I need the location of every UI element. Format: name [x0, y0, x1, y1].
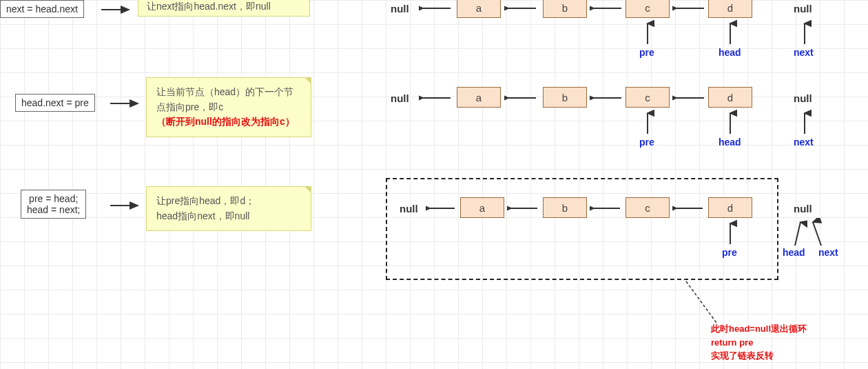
arrow-left-icon [507, 201, 540, 215]
ptr-head: head [719, 137, 741, 148]
arrow-left-icon [504, 91, 539, 105]
ptr-pre: pre [639, 47, 654, 58]
arrow-left-icon [672, 201, 705, 215]
arrow-left-icon [672, 1, 707, 15]
ptr-head: head [719, 47, 741, 58]
node-c: c [626, 0, 670, 18]
conclusion-l1: 此时head=null退出循环 [711, 322, 807, 336]
svg-line-23 [813, 222, 821, 246]
arrow-up-icon [641, 19, 654, 47]
code-step3: pre = head; head = next; [21, 190, 86, 219]
node-d: d [708, 87, 752, 108]
note-step2-l1: 让当前节点（head）的下一个节点指向pre，即c [156, 86, 293, 112]
null-label: null [400, 203, 418, 215]
null-label: null [794, 203, 812, 215]
null-label: null [391, 3, 409, 14]
arrow-up-icon [723, 19, 737, 47]
null-label: null [391, 92, 409, 104]
node-c: c [626, 197, 670, 218]
arrow-up-icon [798, 109, 812, 137]
null-label: null [794, 92, 812, 104]
arrow-left-icon [590, 1, 624, 15]
ptr-next: next [818, 247, 838, 258]
note-step1: 让next指向head.next，即null [138, 0, 310, 17]
node-b: b [543, 87, 587, 108]
arrow-left-icon [672, 91, 707, 105]
conclusion: 此时head=null退出循环 return pre 实现了链表反转 [711, 322, 807, 363]
ptr-pre: pre [639, 137, 654, 148]
arrow-left-icon [419, 91, 453, 105]
conclusion-l3: 实现了链表反转 [711, 349, 807, 363]
node-d: d [708, 0, 752, 18]
arrow-up-icon [723, 219, 737, 247]
leader-line [682, 280, 723, 328]
arrow-left-icon [419, 1, 453, 15]
code-step2: head.next = pre [15, 94, 95, 112]
arrow-left-icon [590, 91, 624, 105]
ptr-head: head [783, 247, 805, 258]
null-label: null [794, 3, 812, 14]
arrow-up-icon [789, 218, 807, 248]
arrow-left-icon [504, 1, 539, 15]
arrow-up-icon [807, 218, 825, 248]
conclusion-l2: return pre [711, 336, 807, 350]
arrow-left-icon [590, 201, 623, 215]
ptr-pre: pre [722, 247, 737, 258]
node-b: b [543, 197, 587, 218]
note-step2: 让当前节点（head）的下一个节点指向pre，即c （断开到null的指向改为指… [146, 77, 311, 137]
svg-line-22 [795, 222, 800, 246]
note-step3: 让pre指向head，即d； head指向next，即null [146, 186, 311, 231]
arrow-up-icon [798, 19, 812, 47]
arrow-right-icon [109, 97, 143, 110]
note-step2-l2: （断开到null的指向改为指向c） [156, 116, 295, 127]
node-c: c [626, 87, 670, 108]
ptr-next: next [794, 137, 814, 148]
arrow-up-icon [723, 109, 737, 137]
node-a: a [457, 87, 501, 108]
arrow-up-icon [641, 109, 654, 137]
arrow-left-icon [426, 201, 457, 215]
node-a: a [457, 0, 501, 18]
node-a: a [460, 197, 504, 218]
node-b: b [543, 0, 587, 18]
ptr-next: next [794, 47, 814, 58]
svg-line-24 [686, 281, 716, 323]
node-d: d [708, 197, 752, 218]
arrow-right-icon [100, 3, 134, 17]
final-state-box [386, 178, 778, 280]
arrow-right-icon [109, 199, 143, 212]
code-step1: next = head.next [0, 0, 84, 18]
